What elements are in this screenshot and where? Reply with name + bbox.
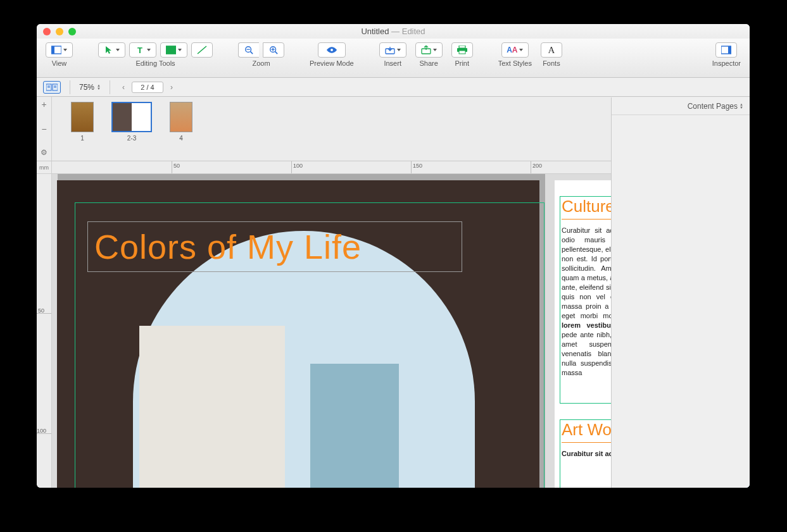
toolgroup-textstyles: AA Text Styles [498,42,532,67]
thumb-label: 1 [80,135,84,142]
share-icon [421,46,431,54]
toolgroup-editing: T Editing Tools [98,42,213,67]
shape-tool-button[interactable] [160,42,187,58]
pointer-tool-button[interactable] [98,42,125,58]
svg-line-5 [251,52,253,54]
toolgroup-inspector: Inspector [712,42,741,67]
svg-line-3 [198,46,206,54]
thumb-side-controls: + − ⚙ [37,97,52,161]
add-page-button[interactable]: + [41,99,46,109]
window-title: Untitled — Edited [37,27,750,36]
insert-icon [385,46,395,54]
inspector-panel: Content Pages ▲▼ [611,97,750,488]
font-icon: A [546,46,557,54]
page-title-text: Colors of My Life [94,227,362,266]
text-icon: T [135,46,145,54]
zoom-select[interactable]: 75% ▲▼ [79,83,101,92]
title-bar: Untitled — Edited [37,24,750,39]
thumb-page-1[interactable]: 1 [71,102,94,142]
vertical-ruler: 50 100 [37,174,52,488]
toolbar-label: Share [420,59,438,67]
zoom-value-label: 75% [79,83,94,92]
toolgroup-insert: Insert [379,42,406,67]
prev-page-button[interactable]: ‹ [119,81,128,94]
thumb-label: 4 [179,135,183,142]
window-layout-icon [51,46,61,54]
line-icon [197,46,207,54]
inspector-panel-label: Content Pages [688,102,738,111]
toolbar-label: Text Styles [498,59,532,67]
svg-line-8 [275,52,278,54]
inspector-panel-select[interactable]: Content Pages ▲▼ [612,97,750,115]
thumb-label: 2-3 [127,135,136,142]
line-tool-button[interactable] [191,42,213,58]
page-navigator: ‹ 2 / 4 › [119,81,176,94]
toolbar-label: View [52,59,67,67]
title-text-frame[interactable]: Colors of My Life [87,221,462,272]
svg-rect-1 [51,46,54,54]
printer-icon [457,46,467,54]
eye-icon [327,46,337,54]
toolgroup-share: Share [415,42,443,67]
share-button[interactable] [415,42,443,58]
toolgroup-preview: Preview Mode [310,42,354,67]
text-tool-button[interactable]: T [129,42,156,58]
toolbar-label: Preview Mode [310,59,354,67]
svg-point-11 [331,49,333,51]
toolgroup-zoom: Zoom [238,42,284,67]
fonts-button[interactable]: A [541,42,562,58]
remove-page-button[interactable]: − [41,124,46,134]
secondary-bar: 75% ▲▼ ‹ 2 / 4 › [37,78,750,97]
page-left[interactable]: Colors of My Life [57,180,539,488]
toolgroup-print: Print [451,42,473,67]
print-button[interactable] [451,42,473,58]
zoom-in-icon [268,46,279,54]
insert-button[interactable] [379,42,406,58]
zoom-out-icon [244,46,254,54]
svg-rect-16 [459,51,465,54]
inspector-button[interactable] [715,42,737,58]
toolbar-label: Inspector [712,59,741,67]
svg-rect-14 [459,46,465,48]
preview-button[interactable] [318,42,346,58]
toolbar-label: Editing Tools [135,59,175,67]
window-title-status: Edited [402,27,425,36]
thumb-spread-2-3[interactable]: 2-3 [111,102,152,142]
view-button[interactable] [46,42,73,58]
toolbar-label: Insert [384,59,401,67]
toolgroup-view: View [46,42,73,67]
gear-icon[interactable]: ⚙ [41,148,47,157]
stepper-icon: ▲▼ [97,84,101,90]
svg-rect-18 [728,46,731,54]
toolgroup-fonts: A Fonts [541,42,562,67]
next-page-button[interactable]: › [167,81,176,94]
textstyles-button[interactable]: AA [501,42,529,58]
toolbar-label: Zoom [252,59,270,67]
toolbar-label: Print [455,59,469,67]
app-window: Untitled — Edited View T [37,24,750,488]
page-number-field[interactable]: 2 / 4 [132,82,163,93]
thumb-page-4[interactable]: 4 [170,102,192,142]
ruler-unit-label: mm [37,161,52,174]
toolbar-label: Fonts [543,59,560,67]
textstyles-icon: AA [507,46,517,54]
stepper-icon: ▲▼ [740,103,743,109]
window-title-main: Untitled [361,27,389,36]
inspector-icon [721,46,731,54]
zoom-out-button[interactable] [238,42,259,58]
rectangle-icon [166,46,176,54]
zoom-in-button[interactable] [263,42,284,58]
main-toolbar: View T Editing Tools [37,39,750,78]
book-view-toggle[interactable] [43,81,61,94]
svg-rect-2 [166,46,176,54]
pointer-icon [104,46,114,54]
